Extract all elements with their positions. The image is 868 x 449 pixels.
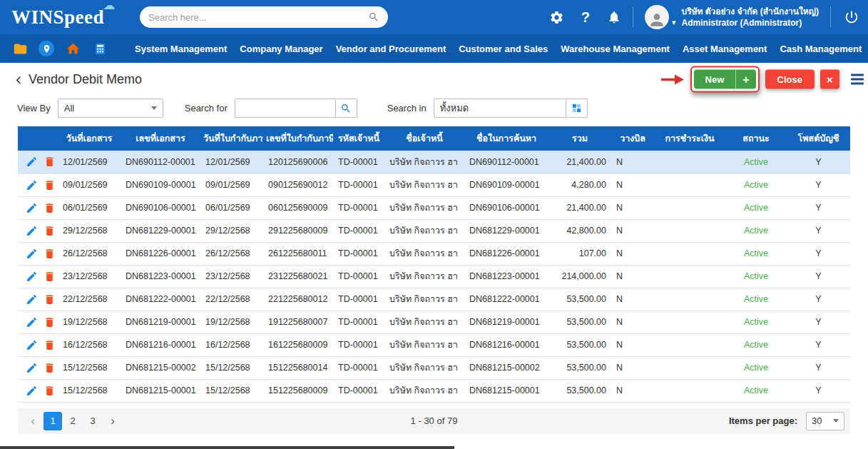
cell-post-gl: Y xyxy=(787,219,850,242)
lookup-grid-icon[interactable] xyxy=(566,99,588,118)
edit-icon[interactable] xyxy=(26,179,38,191)
delete-icon[interactable] xyxy=(44,179,56,191)
cell-tax-date: 15/12/2568 xyxy=(200,356,263,379)
table-row[interactable]: 15/12/2568 DN681215-00001 15/12/2568 151… xyxy=(18,379,850,402)
cell-payment xyxy=(654,219,725,242)
table-row[interactable]: 16/12/2568 DN681216-00001 16/12/2568 161… xyxy=(18,333,850,356)
close-button[interactable]: Close xyxy=(765,70,815,89)
nav-item-warehouse-management[interactable]: Warehouse Management xyxy=(554,44,676,54)
nav-item-vendor-and-procurement[interactable]: Vendor and Procurement xyxy=(330,44,453,54)
table-row[interactable]: 06/01/2569 DN690106-00001 06/01/2569 060… xyxy=(18,196,850,219)
search-icon[interactable] xyxy=(368,11,379,23)
delete-icon[interactable] xyxy=(44,248,56,260)
cell-vendor-name: บริษัท กิจถาวร ฮา xyxy=(384,265,464,288)
search-for-input[interactable] xyxy=(235,99,336,118)
delete-icon[interactable] xyxy=(44,385,56,397)
delete-icon[interactable] xyxy=(44,202,56,214)
cell-total: 21,400.00 xyxy=(548,196,611,219)
page-next-button[interactable]: › xyxy=(103,412,122,430)
power-logout-icon[interactable] xyxy=(844,9,859,25)
edit-icon[interactable] xyxy=(26,248,38,260)
nav-item-system-management[interactable]: System Management xyxy=(128,44,233,54)
cell-search-name: DN681222-00001 xyxy=(464,288,548,311)
new-plus-button[interactable]: + xyxy=(736,70,755,89)
edit-icon[interactable] xyxy=(26,339,38,351)
back-chevron-icon[interactable]: ‹ xyxy=(16,71,21,88)
cell-payment xyxy=(654,196,725,219)
edit-icon[interactable] xyxy=(26,202,38,214)
cell-vendor-code: TD-00001 xyxy=(333,265,384,288)
table-row[interactable]: 22/12/2568 DN681222-00001 22/12/2568 221… xyxy=(18,288,850,311)
items-per-page-select[interactable]: 30 xyxy=(806,412,844,430)
cell-tax-date: 06/01/2569 xyxy=(200,196,263,219)
nav-item-company-manager[interactable]: Company Manager xyxy=(233,44,329,54)
cell-doc-date: 19/12/2568 xyxy=(58,311,121,333)
calculator-icon[interactable] xyxy=(91,40,108,57)
col-vendor-code: รหัสเจ้าหนี้ xyxy=(333,126,384,151)
nav-menu: System Management Company Manager Vendor… xyxy=(128,44,868,54)
nav-item-cash-management[interactable]: Cash Management xyxy=(773,44,868,54)
edit-icon[interactable] xyxy=(26,156,38,168)
delete-icon[interactable] xyxy=(44,225,56,237)
edit-icon[interactable] xyxy=(26,271,38,283)
top-bar: WINSpeed ☁ ? ▾ บริษัท ตัวอย่าง จำกัด (สำ… xyxy=(0,0,868,34)
search-in-input[interactable] xyxy=(434,99,566,118)
cell-total: 53,500.00 xyxy=(548,288,611,311)
user-role: Administrator (Administrator) xyxy=(682,17,819,29)
chevron-down-icon[interactable]: ▾ xyxy=(672,18,676,27)
cell-status: Active xyxy=(725,219,787,242)
page-button-1[interactable]: 1 xyxy=(44,412,62,430)
cell-vendor-name: บริษัท กิจถาวร ฮา xyxy=(384,242,464,265)
new-button[interactable]: New + xyxy=(694,70,756,89)
edit-icon[interactable] xyxy=(26,225,38,237)
cell-post-gl: Y xyxy=(787,151,850,173)
delete-icon[interactable] xyxy=(44,271,56,283)
notifications-bell-icon[interactable] xyxy=(607,10,621,24)
cell-doc-no: DN681215-00002 xyxy=(121,356,200,379)
delete-icon[interactable] xyxy=(44,316,56,328)
global-search-input[interactable] xyxy=(148,12,368,23)
user-info: บริษัท ตัวอย่าง จำกัด (สำนักงานใหญ่) Adm… xyxy=(682,6,819,29)
settings-gear-icon[interactable] xyxy=(549,10,564,25)
page-button-2[interactable]: 2 xyxy=(63,412,82,430)
delete-icon[interactable] xyxy=(44,362,56,374)
col-total: รวม xyxy=(548,126,611,151)
nav-item-customer-and-sales[interactable]: Customer and Sales xyxy=(452,44,554,54)
table-row[interactable]: 15/12/2568 DN681215-00002 15/12/2568 151… xyxy=(18,356,850,379)
cell-search-name: DN690106-00001 xyxy=(464,196,548,219)
edit-icon[interactable] xyxy=(26,362,38,374)
cell-status: Active xyxy=(725,242,787,265)
cell-vendor-name: บริษัท กิจถาวร ฮา xyxy=(384,151,464,173)
cell-total: 53,500.00 xyxy=(548,333,611,356)
close-x-button[interactable]: × xyxy=(820,70,839,89)
cell-search-name: DN681229-00001 xyxy=(464,219,548,242)
edit-icon[interactable] xyxy=(26,385,38,397)
table-row[interactable]: 12/01/2569 DN690112-00001 12/01/2569 120… xyxy=(18,151,850,173)
home-icon[interactable] xyxy=(64,40,81,57)
folder-icon[interactable] xyxy=(11,40,29,57)
cell-doc-date: 23/12/2568 xyxy=(58,265,121,288)
help-icon[interactable]: ? xyxy=(581,9,590,26)
cell-billing: N xyxy=(611,242,654,265)
page-button-3[interactable]: 3 xyxy=(83,412,102,430)
nav-item-asset-management[interactable]: Asset Management xyxy=(676,44,773,54)
user-avatar[interactable] xyxy=(645,5,669,29)
location-icon[interactable] xyxy=(39,41,54,56)
edit-icon[interactable] xyxy=(26,293,38,306)
table-row[interactable]: 09/01/2569 DN690109-00001 09/01/2569 090… xyxy=(18,173,850,196)
delete-icon[interactable] xyxy=(44,156,56,168)
table-row[interactable]: 23/12/2568 DN681223-00001 23/12/2568 231… xyxy=(18,265,850,288)
table-row[interactable]: 29/12/2568 DN681229-00001 29/12/2568 291… xyxy=(18,219,850,242)
hamburger-menu-icon[interactable] xyxy=(851,74,864,85)
annotation-arrow-icon xyxy=(660,73,685,86)
search-for-button[interactable] xyxy=(336,99,357,118)
edit-icon[interactable] xyxy=(26,316,38,328)
delete-icon[interactable] xyxy=(44,293,56,306)
table-row[interactable]: 26/12/2568 DN681226-00001 26/12/2568 261… xyxy=(18,242,850,265)
cell-search-name: DN681223-00001 xyxy=(464,265,548,288)
table-row[interactable]: 19/12/2568 DN681219-00001 19/12/2568 191… xyxy=(18,311,850,333)
separator xyxy=(633,6,633,28)
page-prev-button[interactable]: ‹ xyxy=(24,412,42,430)
view-by-select[interactable]: All xyxy=(58,99,163,118)
delete-icon[interactable] xyxy=(44,339,56,351)
